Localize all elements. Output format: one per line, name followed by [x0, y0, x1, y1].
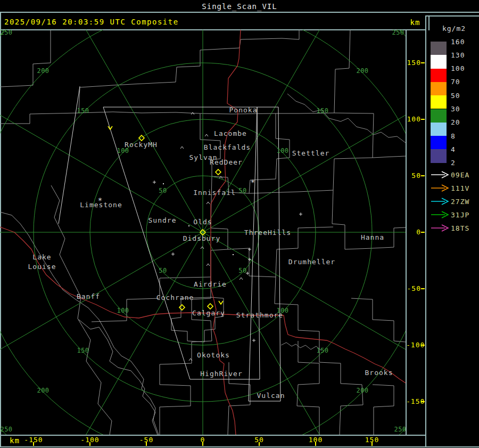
y-tick-mark: [421, 232, 425, 233]
legend-color-swatch: [431, 82, 447, 95]
legend-value-label: 50: [451, 92, 460, 100]
timestamp-label: 2025/09/16 20:03:59 UTC Composite: [4, 18, 179, 26]
azimuth-spoke: [0, 232, 203, 373]
station-diamond-marker: [216, 169, 221, 175]
range-ring-label: 200: [37, 67, 49, 75]
caret-marker: [207, 202, 210, 204]
radar-arrow-icon-31JP: [430, 211, 450, 218]
caret-marker: [240, 278, 243, 280]
radar-arrow-icon-18TS: [430, 224, 450, 232]
azimuth-spoke: [203, 232, 406, 373]
city-label: HighRiver: [200, 370, 242, 378]
y-tick-mark: [421, 401, 425, 402]
radar-arrow-icon-111V: [430, 184, 450, 192]
range-ring-label: 150: [316, 347, 328, 354]
azimuth-spoke: [62, 232, 203, 435]
radar-id-label: 31JP: [451, 211, 469, 219]
city-label: Olds: [193, 218, 212, 226]
legend-color-swatch: [431, 69, 447, 82]
range-ring-label: 50: [159, 187, 167, 194]
radar-center-dot: [202, 232, 203, 233]
range-ring-label: 50: [238, 267, 246, 274]
range-ring-label: 50: [159, 267, 167, 274]
legend-value-label: 30: [451, 105, 460, 113]
frame-line: [425, 15, 479, 17]
station-diamond-marker: [179, 305, 185, 310]
dot-marker: [163, 183, 164, 184]
city-label: Banff: [77, 292, 100, 300]
title-divider: [0, 12, 479, 13]
y-tick-label: 150: [406, 59, 421, 67]
legend-value-label: 4: [451, 145, 456, 153]
caret-marker: [191, 112, 194, 115]
river-line: [287, 94, 406, 143]
county-boundary-line: [79, 30, 299, 113]
city-label: Hanna: [361, 233, 384, 241]
x-tick-mark: [33, 442, 34, 446]
caret-marker: [201, 247, 204, 249]
y-tick-mark: [421, 62, 425, 63]
range-ring-label: 200: [356, 387, 368, 394]
x-tick-mark: [259, 442, 260, 446]
x-tick-mark: [146, 442, 147, 446]
legend-color-swatch: [431, 95, 447, 109]
legend-color-swatch: [431, 55, 447, 68]
city-label: Vulcan: [257, 392, 285, 400]
radar-arrow-icon-09EA: [430, 171, 450, 178]
x-tick-mark: [202, 442, 203, 446]
caret-marker: [207, 264, 210, 266]
scan-boundary-overlay: [249, 107, 280, 401]
river-line: [281, 343, 321, 351]
down-arrow-marker: [108, 126, 112, 129]
range-ring-label: 150: [77, 347, 89, 354]
caret-marker: [180, 146, 184, 149]
x-tick-mark: [371, 442, 373, 446]
county-boundary-line: [0, 30, 51, 87]
legend-color-swatch: [431, 123, 447, 136]
frame-line: [425, 15, 426, 447]
legend-value-label: 2: [451, 159, 456, 167]
radar-id-label: 09EA: [451, 171, 469, 179]
legend-value-label: 130: [451, 51, 465, 59]
city-label: Louise: [28, 263, 56, 271]
county-boundary-line: [51, 185, 112, 435]
range-ring-label: 250: [0, 30, 12, 36]
legend-unit-label: kg/m2: [429, 25, 479, 32]
range-ring-label: 100: [117, 307, 129, 314]
station-diamond-marker: [208, 304, 213, 309]
map-canvas[interactable]: 5050505010010010010015015015015020020020…: [0, 30, 406, 435]
city-label: Okotoks: [197, 351, 230, 359]
down-arrow-marker: [219, 301, 223, 304]
legend-color-swatch: [431, 42, 447, 55]
range-ring-label: 200: [37, 387, 49, 394]
radar-arrow-icon-27ZW: [430, 198, 450, 205]
city-label: Blackfalds: [204, 143, 251, 151]
county-boundary-line: [79, 320, 158, 435]
city-label: Cochrane: [156, 294, 194, 302]
county-boundary-line: [351, 298, 406, 342]
city-label: Ponoka: [229, 106, 258, 114]
county-boundary-line: [297, 341, 319, 435]
legend-color-swatch: [431, 109, 447, 123]
county-boundary-line: [276, 30, 350, 113]
y-tick-mark: [421, 288, 425, 289]
city-label: Lake: [32, 253, 51, 261]
city-label: Strathmore: [236, 311, 283, 319]
radar-id-label: 27ZW: [451, 198, 469, 206]
range-ring-label: 50: [238, 187, 246, 194]
dot-marker: [188, 225, 189, 226]
y-tick-mark: [421, 345, 425, 346]
y-tick-label: 100: [406, 115, 421, 123]
county-boundary-line: [0, 212, 159, 435]
city-label: Drumheller: [288, 258, 335, 266]
legend-color-swatch: [431, 136, 447, 149]
city-label: RockyMH: [125, 141, 158, 149]
range-ring-label: 150: [77, 107, 89, 115]
city-label: Stettler: [292, 149, 330, 157]
city-label: Airdrie: [194, 280, 227, 288]
legend-value-label: 160: [451, 38, 465, 46]
legend-value-label: 20: [451, 118, 460, 126]
city-label: Brooks: [365, 369, 393, 377]
city-label: Innisfail: [193, 189, 235, 197]
y-axis-unit-label: km: [407, 18, 424, 27]
